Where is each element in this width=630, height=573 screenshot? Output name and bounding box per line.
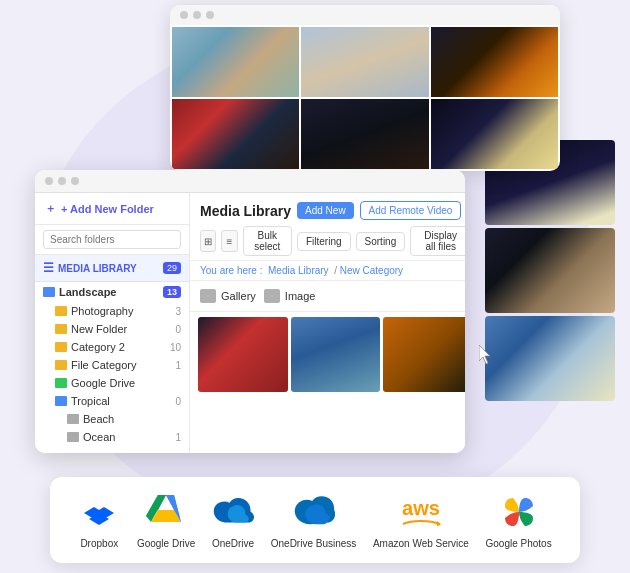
sorting-button[interactable]: Sorting [356, 232, 406, 251]
media-library-text: MEDIA LIBRARY [58, 263, 137, 274]
category2-label: Category 2 [71, 341, 166, 353]
gdrive-service[interactable]: Google Drive [137, 491, 195, 549]
category2-folder-icon [55, 342, 67, 352]
add-remote-button[interactable]: Add Remote Video [360, 201, 462, 220]
dropbox-label: Dropbox [80, 538, 118, 549]
panel-header: Media Library Add New Add Remote Video ⊞… [190, 193, 465, 261]
dropbox-service[interactable]: Dropbox [78, 491, 120, 549]
onedrive-business-icon [293, 491, 335, 533]
dot-2 [193, 11, 201, 19]
add-folder-label: + Add New Folder [61, 203, 154, 215]
landscape-label: Landscape [59, 286, 116, 298]
new-folder-count: 0 [175, 324, 181, 335]
image-label: Image [285, 290, 316, 302]
media-library-badge: 29 [163, 262, 181, 274]
right-photos [485, 140, 615, 401]
photo-stars [431, 99, 558, 169]
aws-icon: aws [400, 491, 442, 533]
panel-photo-3[interactable] [383, 317, 465, 392]
file-category-icon [55, 360, 67, 370]
add-new-button[interactable]: Add New [297, 202, 354, 219]
photo-coast [485, 316, 615, 401]
sidebar-item-file-category[interactable]: File Category 1 [35, 356, 189, 374]
new-folder-icon [55, 324, 67, 334]
main-panel: Media Library Add New Add Remote Video ⊞… [190, 193, 465, 453]
sidebar-item-tropical[interactable]: Tropical 0 [35, 392, 189, 410]
display-all-button[interactable]: Display all files [410, 226, 465, 256]
gdrive-icon [145, 491, 187, 533]
onedrive-label: OneDrive [212, 538, 254, 549]
ocean-label: Ocean [83, 431, 171, 443]
breadcrumb: You are here : Media Library / New Categ… [190, 261, 465, 281]
svg-marker-6 [437, 521, 441, 526]
breadcrumb-category[interactable]: New Category [340, 265, 403, 276]
sidebar: ＋ + Add New Folder ☰ MEDIA LIBRARY 29 La… [35, 193, 190, 453]
gallery-folder[interactable]: Gallery [200, 289, 256, 303]
panel-photo-2[interactable] [291, 317, 381, 392]
sidebar-item-beach[interactable]: Beach [35, 410, 189, 428]
photography-folder-icon [55, 306, 67, 316]
landscape-badge: 13 [163, 286, 181, 298]
landscape-folder-icon [43, 287, 55, 297]
sidebar-item-google-drive[interactable]: Google Drive [35, 374, 189, 392]
gdrive-folder-icon [55, 378, 67, 388]
beach-label: Beach [83, 413, 181, 425]
dot-c [71, 177, 79, 185]
image-folder-icon [264, 289, 280, 303]
grid-view-button[interactable]: ⊞ [200, 230, 216, 252]
tropical-folder-icon [55, 396, 67, 406]
bulk-select-button[interactable]: Bulk select [243, 226, 292, 256]
panel-photo-1[interactable] [198, 317, 288, 392]
top-photo-grid [170, 25, 560, 171]
gdrive-label: Google Drive [71, 377, 181, 389]
panel-title: Media Library [200, 203, 291, 219]
photo-mountain [485, 228, 615, 313]
sidebar-item-new-folder[interactable]: New Folder 0 [35, 320, 189, 338]
services-bar: Dropbox Google Drive OneDrive [50, 477, 580, 563]
photo-temple [172, 99, 299, 169]
plus-icon: ＋ [45, 201, 56, 216]
panel-photo-grid [190, 312, 465, 453]
sidebar-item-category2[interactable]: Category 2 10 [35, 338, 189, 356]
dot-a [45, 177, 53, 185]
toolbar-row: ⊞ ≡ Bulk select Filtering Sorting Displa… [200, 226, 465, 256]
gallery-folder-icon [200, 289, 216, 303]
filtering-button[interactable]: Filtering [297, 232, 351, 251]
main-content: ＋ + Add New Folder ☰ MEDIA LIBRARY 29 La… [35, 193, 465, 453]
ocean-count: 1 [175, 432, 181, 443]
dot-1 [180, 11, 188, 19]
gphotos-label: Google Photos [486, 538, 552, 549]
photo-aerial [172, 27, 299, 97]
onedrive-business-service[interactable]: OneDrive Business [271, 491, 357, 549]
title-row: Media Library Add New Add Remote Video [200, 201, 465, 220]
dot-3 [206, 11, 214, 19]
media-library-label: ☰ MEDIA LIBRARY [43, 261, 137, 275]
onedrive-icon [212, 491, 254, 533]
photo-dark [301, 99, 428, 169]
media-library-row[interactable]: ☰ MEDIA LIBRARY 29 [35, 255, 189, 282]
top-photo-window [170, 5, 560, 171]
tropical-label: Tropical [71, 395, 171, 407]
gphotos-service[interactable]: Google Photos [486, 491, 552, 549]
onedrive-business-label: OneDrive Business [271, 538, 357, 549]
onedrive-service[interactable]: OneDrive [212, 491, 254, 549]
breadcrumb-media[interactable]: Media Library [268, 265, 329, 276]
ocean-folder-icon [67, 432, 79, 442]
landscape-folder[interactable]: Landscape 13 [35, 282, 189, 302]
search-input[interactable] [43, 230, 181, 249]
image-folder[interactable]: Image [264, 289, 316, 303]
main-titlebar [35, 170, 465, 193]
aws-service[interactable]: aws Amazon Web Service [373, 491, 469, 549]
sidebar-item-ocean[interactable]: Ocean 1 [35, 428, 189, 446]
add-folder-button[interactable]: ＋ + Add New Folder [35, 193, 189, 225]
list-view-button[interactable]: ≡ [221, 230, 237, 252]
dot-b [58, 177, 66, 185]
photography-label: Photography [71, 305, 171, 317]
photo-crowd [301, 27, 428, 97]
gallery-label: Gallery [221, 290, 256, 302]
sidebar-item-photography[interactable]: Photography 3 [35, 302, 189, 320]
tropical-count: 0 [175, 396, 181, 407]
new-folder-label: New Folder [71, 323, 171, 335]
breadcrumb-here: You are here : [200, 265, 262, 276]
gphotos-icon [498, 491, 540, 533]
